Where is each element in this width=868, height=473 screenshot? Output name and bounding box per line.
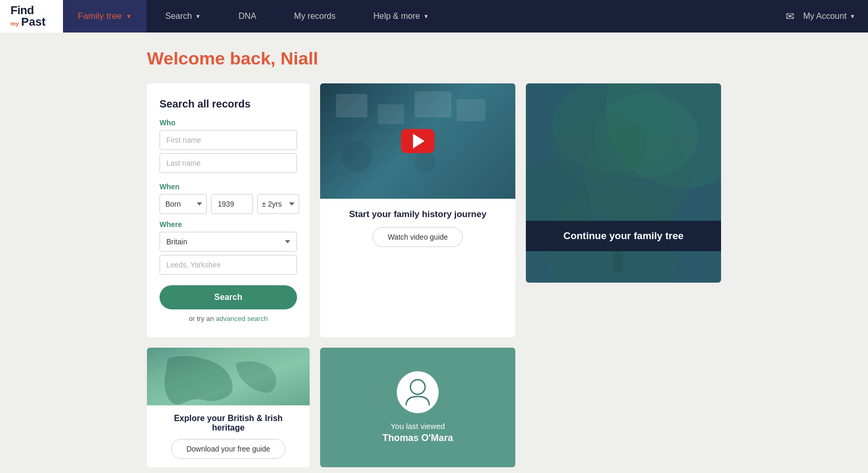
download-guide-btn[interactable]: Download your free guide — [171, 439, 285, 459]
video-thumbnail[interactable] — [320, 83, 515, 199]
svg-rect-1 — [378, 104, 404, 124]
when-label: When — [160, 182, 297, 191]
logo-past: Past — [21, 15, 45, 28]
who-label: Who — [160, 119, 297, 127]
tree-background — [526, 83, 721, 283]
search-card: Search all records Who When Born Died Ma… — [147, 83, 310, 337]
main-content: Welcome back, Niall Search all records W… — [0, 33, 868, 473]
last-viewed-name: Thomas O'Mara — [383, 433, 453, 444]
svg-point-10 — [410, 380, 425, 394]
nav-search[interactable]: Search ▼ — [146, 0, 220, 33]
heritage-thumbnail — [147, 348, 310, 405]
tree-svg — [526, 83, 721, 283]
last-viewed-card[interactable]: You last viewed Thomas O'Mara — [320, 348, 515, 467]
born-select[interactable]: Born Died Married — [160, 194, 207, 214]
when-row: Born Died Married ± 1yr ± 2yrs ± 5yrs ± … — [160, 194, 297, 214]
nav-right: ✉ My Account ▼ — [786, 10, 868, 23]
heritage-card-body: Explore your British & Irish heritage Do… — [147, 405, 310, 467]
video-card: Start your family history journey Watch … — [320, 83, 515, 337]
country-select[interactable]: Britain Ireland USA Australia — [160, 232, 297, 252]
play-button[interactable] — [401, 129, 435, 153]
person-icon — [402, 377, 433, 408]
heritage-card: Explore your British & Irish heritage Do… — [147, 348, 310, 467]
svg-point-5 — [415, 152, 436, 173]
chevron-down-icon: ▼ — [195, 13, 201, 19]
logo: Find my Past — [0, 0, 63, 33]
heritage-title: Explore your British & Irish heritage — [157, 414, 299, 433]
logo-my: my — [10, 20, 19, 27]
family-tree-card[interactable]: Continue your family tree — [526, 83, 721, 283]
where-label: Where — [160, 220, 297, 229]
advanced-search-link[interactable]: advanced search — [216, 315, 268, 322]
chevron-down-icon: ▼ — [423, 13, 429, 19]
video-card-title: Start your family history journey — [333, 209, 503, 220]
first-name-input[interactable] — [160, 130, 297, 150]
search-card-heading: Search all records — [160, 98, 297, 110]
nav-help-more[interactable]: Help & more ▼ — [354, 0, 448, 33]
last-name-input[interactable] — [160, 153, 297, 173]
nav-my-account[interactable]: My Account ▼ — [803, 12, 855, 21]
svg-point-4 — [341, 141, 373, 173]
heritage-map-svg — [147, 348, 310, 405]
nav-family-tree[interactable]: Family tree ▼ — [63, 0, 146, 33]
person-avatar — [397, 371, 439, 413]
svg-rect-0 — [336, 94, 367, 117]
mail-icon[interactable]: ✉ — [786, 10, 795, 23]
location-input[interactable] — [160, 255, 297, 275]
advanced-link-row: or try an advanced search — [160, 315, 297, 322]
svg-rect-3 — [457, 99, 485, 121]
nav-my-records[interactable]: My records — [275, 0, 354, 33]
svg-rect-2 — [415, 91, 451, 117]
range-select[interactable]: ± 1yr ± 2yrs ± 5yrs ± 10yrs — [257, 194, 299, 214]
nav-dna[interactable]: DNA — [220, 0, 276, 33]
play-triangle-icon — [413, 134, 425, 148]
search-button[interactable]: Search — [160, 285, 297, 309]
nav-bar: Find my Past Family tree ▼ Search ▼ DNA … — [0, 0, 868, 33]
video-card-body: Start your family history journey Watch … — [320, 199, 515, 257]
tree-card-label: Continue your family tree — [526, 221, 721, 251]
watch-video-btn[interactable]: Watch video guide — [373, 227, 463, 247]
bottom-grid: Explore your British & Irish heritage Do… — [147, 348, 721, 467]
top-grid: Search all records Who When Born Died Ma… — [147, 83, 721, 337]
welcome-title: Welcome back, Niall — [147, 48, 721, 69]
svg-point-8 — [552, 110, 647, 183]
nav-family-tree-label: Family tree — [78, 11, 122, 22]
chevron-down-icon: ▼ — [126, 13, 132, 19]
chevron-down-icon: ▼ — [850, 13, 855, 19]
nav-links: Search ▼ DNA My records Help & more ▼ — [146, 0, 786, 33]
last-viewed-label: You last viewed — [390, 422, 445, 431]
year-input[interactable] — [211, 194, 253, 214]
